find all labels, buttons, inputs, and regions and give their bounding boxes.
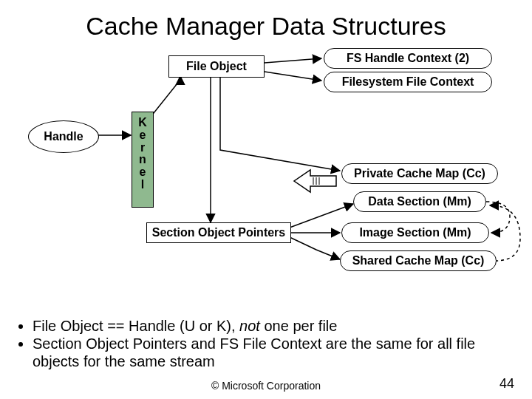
- node-private-cache-map: Private Cache Map (Cc): [341, 163, 498, 184]
- node-data-section: Data Section (Mm): [353, 191, 486, 212]
- node-file-object: File Object: [168, 55, 265, 78]
- copyright-footer: © Microsoft Corporation: [0, 380, 532, 392]
- svg-line-1: [265, 58, 321, 63]
- svg-line-7: [290, 204, 353, 228]
- node-section-object-pointers: Section Object Pointers: [146, 222, 291, 243]
- node-handle: Handle: [28, 120, 99, 153]
- diagram-canvas: Handle K e r n e l File Object FS Handle…: [0, 47, 532, 313]
- node-image-section: Image Section (Mm): [341, 222, 489, 243]
- bullet-item: Section Object Pointers and FS File Cont…: [33, 335, 516, 370]
- slide-title: Cache Manager Data Structures: [0, 0, 532, 47]
- block-arrow-icon: [294, 170, 336, 192]
- page-number: 44: [499, 376, 514, 392]
- bullet-list: File Object == Handle (U or K), not one …: [0, 313, 532, 370]
- node-kernel: K e r n e l: [132, 112, 154, 208]
- node-filesystem-file-context: Filesystem File Context: [324, 72, 492, 92]
- bullet-item: File Object == Handle (U or K), not one …: [33, 317, 516, 335]
- node-shared-cache-map: Shared Cache Map (Cc): [340, 250, 497, 271]
- svg-line-2: [265, 72, 321, 81]
- node-fs-handle-context: FS Handle Context (2): [324, 48, 492, 69]
